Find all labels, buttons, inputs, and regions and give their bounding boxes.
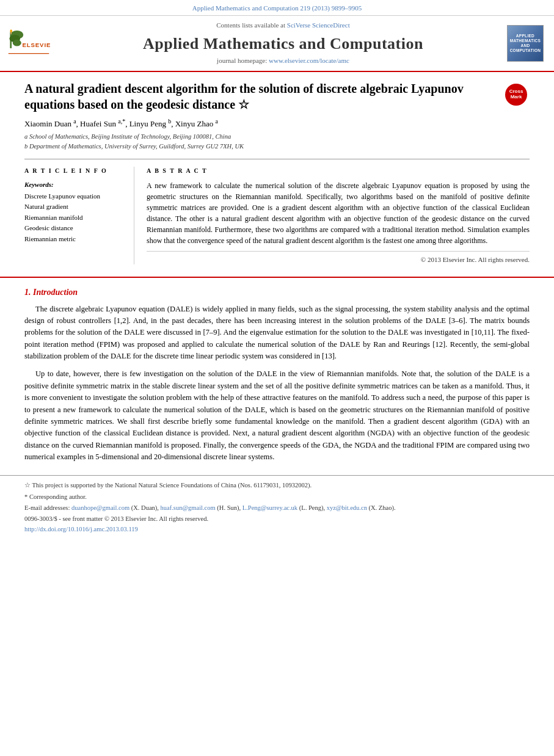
abstract-heading: A B S T R A C T <box>147 167 530 175</box>
email-label: E-mail addresses: <box>24 504 71 511</box>
doi-link[interactable]: http://dx.doi.org/10.1016/j.amc.2013.03.… <box>24 526 138 532</box>
journal-title-block: Contents lists available at SciVerse Sci… <box>62 21 504 65</box>
issn-line: 0096-3003/$ - see front matter © 2013 El… <box>24 514 530 523</box>
journal-citation-bar: Applied Mathematics and Computation 219 … <box>0 0 554 16</box>
journal-name: Applied Mathematics and Computation <box>62 33 504 55</box>
svg-rect-5 <box>10 32 12 35</box>
journal-citation-text: Applied Mathematics and Computation 219 … <box>192 4 362 12</box>
intro-para-1: The discrete algebraic Lyapunov equation… <box>24 303 530 363</box>
badge-text: APPLIEDMATHEMATICSANDCOMPUTATION <box>510 34 541 53</box>
keywords-label: Keywords: <box>24 180 125 189</box>
email-sun[interactable]: huaf.sun@gmail.com <box>161 504 216 511</box>
homepage-label: journal homepage: <box>217 57 269 64</box>
copyright-line: © 2013 Elsevier Inc. All rights reserved… <box>147 251 530 264</box>
journal-badge: APPLIEDMATHEMATICSANDCOMPUTATION <box>504 25 547 62</box>
journal-homepage: journal homepage: www.elsevier.com/locat… <box>62 56 504 65</box>
article-info-column: A R T I C L E I N F O Keywords: Discrete… <box>24 167 134 264</box>
affiliations: a School of Mathematics, Beijing Institu… <box>24 132 530 151</box>
email-list: duanhope@gmail.com (X. Duan), huaf.sun@g… <box>71 504 396 511</box>
email-peng[interactable]: L.Peng@surrey.ac.uk <box>242 504 297 511</box>
intro-section-title: 1. Introduction <box>24 286 530 299</box>
crossmark-icon: CrossMark <box>505 84 527 106</box>
svg-point-3 <box>13 40 21 46</box>
crossmark-badge: CrossMark <box>505 84 530 106</box>
sciverse-link[interactable]: SciVerse ScienceDirect <box>287 21 350 29</box>
keyword-2: Natural gradient <box>24 202 125 211</box>
affiliation-b: b Department of Mathematics, University … <box>24 142 530 151</box>
keyword-1: Discrete Lyapunov equation <box>24 192 125 201</box>
abstract-column: A B S T R A C T A new framework to calcu… <box>147 167 530 264</box>
svg-text:ELSEVIER: ELSEVIER <box>23 42 51 49</box>
badge-box: APPLIEDMATHEMATICSANDCOMPUTATION <box>507 25 544 62</box>
authors-text: Xiaomin Duan a, Huafei Sun a,*, Linyu Pe… <box>24 119 218 128</box>
journal-header: ELSEVIER Contents lists available at Sci… <box>0 16 554 71</box>
abstract-text: A new framework to calculate the numeric… <box>147 180 530 246</box>
article-info-heading: A R T I C L E I N F O <box>24 167 125 175</box>
main-body: 1. Introduction The discrete algebraic L… <box>0 277 554 475</box>
page: Applied Mathematics and Computation 219 … <box>0 0 554 756</box>
intro-para-2: Up to date, however, there is few invest… <box>24 368 530 463</box>
article-area: A natural gradient descent algorithm for… <box>0 72 554 277</box>
affiliation-a: a School of Mathematics, Beijing Institu… <box>24 132 530 142</box>
doi-line: http://dx.doi.org/10.1016/j.amc.2013.03.… <box>24 525 530 534</box>
email-zhao[interactable]: xyz@bit.edu.cn <box>327 504 367 511</box>
article-title: A natural gradient descent algorithm for… <box>24 81 499 112</box>
footnote-star: ☆ This project is supported by the Natio… <box>24 481 530 490</box>
contents-line: Contents lists available at SciVerse Sci… <box>62 21 504 30</box>
footnote-emails: E-mail addresses: duanhope@gmail.com (X.… <box>24 503 530 512</box>
keyword-3: Riemannian manifold <box>24 213 125 222</box>
authors-line: Xiaomin Duan a, Huafei Sun a,*, Linyu Pe… <box>24 117 530 130</box>
footnote-area: ☆ This project is supported by the Natio… <box>0 475 554 538</box>
footnote-corresponding: * Corresponding author. <box>24 492 530 501</box>
elsevier-logo: ELSEVIER <box>7 26 62 60</box>
homepage-url[interactable]: www.elsevier.com/locate/amc <box>269 57 349 64</box>
keyword-5: Riemannian metric <box>24 234 125 244</box>
email-duan[interactable]: duanhope@gmail.com <box>71 504 129 511</box>
article-title-block: A natural gradient descent algorithm for… <box>24 81 530 112</box>
article-info-abstract-section: A R T I C L E I N F O Keywords: Discrete… <box>24 159 530 264</box>
contents-text: Contents lists available at <box>216 21 286 29</box>
keyword-4: Geodesic distance <box>24 224 125 233</box>
